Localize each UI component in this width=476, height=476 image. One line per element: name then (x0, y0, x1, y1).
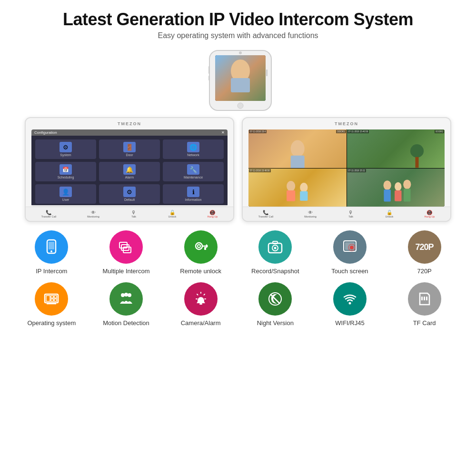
tablet-right-bottom-bar: 📞 Transfer Call 👁 Monitoring 🎙 Talk 🔓 Un… (243, 207, 450, 221)
feature-record-snapshot: Record/Snapshot (244, 230, 306, 275)
svg-point-30 (196, 243, 202, 249)
video-cell-1: 07-11-2016 15:4 DOOR1 (248, 129, 347, 168)
multiple-intercom-icon (109, 230, 143, 264)
config-item-scheduling[interactable]: 📅 Scheduling (35, 162, 96, 181)
page-container: Latest Generation IP Video Intercom Syst… (0, 0, 476, 476)
tablet-left-brand: TMEZON (118, 121, 141, 126)
svg-rect-47 (54, 296, 57, 298)
svg-point-14 (287, 181, 295, 191)
config-item-alarm[interactable]: 🔔 Alarm (99, 162, 160, 181)
config-item-door[interactable]: 🚪 Door (99, 139, 160, 159)
phone-mockup (186, 50, 290, 111)
config-item-network[interactable]: 🌐 Network (163, 139, 224, 159)
tablet-right: TMEZON 07-11-2016 15:4 DOOR1 (242, 117, 451, 222)
btn-monitoring-right[interactable]: 👁 Monitoring (304, 210, 317, 218)
tablet-left: TMEZON Configuration ✕ ⚙ System (25, 117, 234, 222)
feature-motion-detection: Motion Detection (95, 282, 157, 327)
person-1 (258, 137, 337, 168)
feature-touch-screen: Touch screen (319, 230, 381, 275)
svg-rect-5 (208, 66, 210, 74)
phone-area (186, 50, 290, 111)
main-title: Latest Generation IP Video Intercom Syst… (63, 10, 413, 30)
svg-rect-23 (404, 188, 410, 201)
family-3 (248, 172, 347, 207)
svg-point-42 (350, 246, 354, 249)
svg-rect-17 (300, 191, 307, 200)
phone-svg (186, 50, 290, 111)
svg-rect-58 (421, 297, 423, 300)
wifi-rj45-icon (333, 282, 367, 316)
feature-label-remote-unlock: Remote unlock (180, 268, 221, 275)
config-title: Configuration (34, 130, 57, 135)
svg-rect-25 (49, 242, 54, 249)
video-cell-3: 07-11-2016 15:48:50 (248, 169, 347, 207)
svg-point-51 (121, 293, 125, 297)
svg-rect-15 (287, 190, 295, 201)
feature-tf-card: TF Card (394, 282, 456, 327)
config-item-user[interactable]: 👤 User (35, 184, 96, 204)
feature-night-version: Night Version (244, 282, 306, 327)
feature-label-multiple-intercom: Multiple Intercom (102, 268, 149, 275)
header: Latest Generation IP Video Intercom Syst… (63, 10, 413, 40)
config-item-information[interactable]: ℹ Information (163, 184, 224, 204)
svg-point-3 (238, 103, 243, 109)
btn-talk-left[interactable]: 🎙 Talk (130, 210, 137, 218)
tablets-row: TMEZON Configuration ✕ ⚙ System (14, 117, 462, 222)
feature-label-tf-card: TF Card (413, 319, 436, 327)
feature-label-camera-alarm: Camera/Alarm (181, 319, 221, 327)
btn-transfer-call-left[interactable]: 📞 Transfer Call (41, 210, 56, 218)
config-item-default[interactable]: ⚙ Default (99, 184, 160, 204)
record-snapshot-icon (258, 230, 292, 264)
feature-remote-unlock: Remote unlock (170, 230, 232, 275)
svg-rect-60 (426, 297, 427, 300)
video-cell-4: 07-11-2016 15:11 (347, 169, 445, 207)
tablet-left-screen: Configuration ✕ ⚙ System 🚪 Door (31, 129, 228, 207)
svg-rect-9 (231, 78, 250, 92)
svg-rect-21 (395, 190, 401, 201)
video-cell-2: 07-11-2016 15:40:50 DOOR2 (347, 129, 445, 168)
720p-text: 720P (416, 242, 434, 252)
btn-unlock-left[interactable]: 🔓 Unlock (169, 210, 177, 218)
btn-talk-right[interactable]: 🎙 Talk (347, 210, 354, 218)
svg-rect-6 (208, 76, 210, 80)
svg-point-53 (128, 293, 131, 297)
camera-alarm-icon (184, 282, 218, 316)
svg-point-31 (198, 245, 200, 248)
feature-operating-system: Operating system (20, 282, 82, 327)
btn-hangup-left[interactable]: 📵 Hang Up (208, 210, 218, 218)
svg-point-4 (239, 51, 242, 54)
svg-point-10 (290, 140, 304, 157)
feature-label-ip-intercom: IP Intercom (36, 268, 67, 275)
feature-label-720p: 720P (417, 268, 431, 275)
svg-rect-54 (199, 303, 202, 305)
config-item-maintenance[interactable]: 🔧 Maintenance (163, 162, 224, 181)
svg-point-26 (50, 250, 52, 252)
ip-intercom-icon (35, 230, 68, 264)
btn-transfer-call-right[interactable]: 📞 Transfer Call (258, 210, 273, 218)
svg-rect-7 (266, 69, 268, 76)
svg-rect-59 (424, 297, 425, 300)
features-row-2: Operating system Motion Detection (14, 282, 462, 327)
feature-label-wifi-rj45: WIFI/RJ45 (335, 319, 364, 327)
feature-label-motion-detection: Motion Detection (103, 319, 149, 327)
svg-rect-49 (54, 299, 57, 301)
feature-label-touch-screen: Touch screen (331, 268, 368, 275)
svg-point-12 (410, 144, 424, 158)
tf-card-icon (408, 282, 441, 316)
btn-hangup-right[interactable]: 📵 Hang Up (425, 210, 435, 218)
features-row-1: IP Intercom Multiple Intercom (14, 230, 462, 275)
svg-rect-11 (290, 156, 304, 168)
720p-icon: 720P (408, 230, 441, 264)
feature-label-night-version: Night Version (257, 319, 294, 327)
svg-point-52 (124, 293, 128, 297)
remote-unlock-icon (184, 230, 218, 264)
config-close[interactable]: ✕ (221, 130, 225, 135)
svg-rect-35 (204, 247, 206, 250)
btn-unlock-right[interactable]: 🔓 Unlock (386, 210, 394, 218)
btn-monitoring-left[interactable]: 👁 Monitoring (87, 210, 99, 218)
svg-point-16 (300, 182, 307, 192)
feature-ip-intercom: IP Intercom (20, 230, 82, 275)
config-item-system[interactable]: ⚙ System (35, 139, 96, 159)
svg-rect-19 (384, 189, 390, 201)
svg-rect-45 (46, 296, 50, 301)
